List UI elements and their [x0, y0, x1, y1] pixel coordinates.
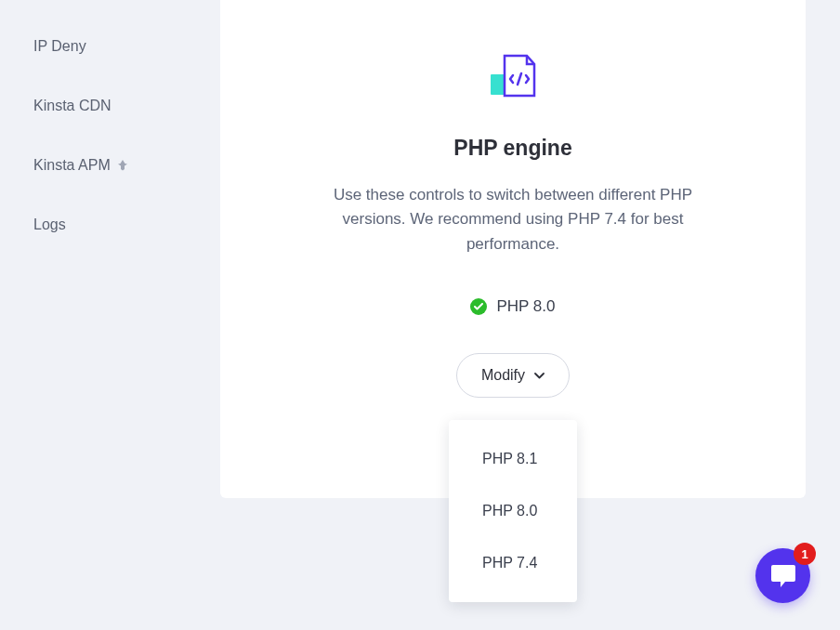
card-title: PHP engine — [453, 136, 571, 161]
php-version-dropdown: PHP 8.1 PHP 8.0 PHP 7.4 — [449, 420, 577, 602]
sidebar-item-label: Kinsta APM — [33, 157, 111, 174]
chat-icon — [769, 563, 797, 589]
pin-icon — [118, 160, 127, 171]
check-circle-icon — [470, 298, 487, 315]
sidebar-item-logs[interactable]: Logs — [0, 195, 219, 255]
php-status: PHP 8.0 — [470, 297, 555, 316]
php-file-icon — [490, 54, 536, 102]
card-description: Use these controls to switch between dif… — [313, 183, 713, 256]
sidebar-item-label: IP Deny — [33, 38, 86, 55]
sidebar: IP Deny Kinsta CDN Kinsta APM Logs — [0, 0, 219, 255]
chat-badge-count: 1 — [801, 547, 807, 561]
chat-button[interactable]: 1 — [755, 548, 810, 603]
dropdown-item-php-8-1[interactable]: PHP 8.1 — [449, 433, 577, 485]
modify-button-label: Modify — [481, 367, 525, 384]
chevron-down-icon — [534, 373, 545, 379]
php-status-label: PHP 8.0 — [496, 297, 555, 316]
dropdown-item-php-8-0[interactable]: PHP 8.0 — [449, 485, 577, 537]
sidebar-item-kinsta-cdn[interactable]: Kinsta CDN — [0, 76, 219, 136]
sidebar-item-label: Kinsta CDN — [33, 98, 112, 114]
dropdown-item-label: PHP 7.4 — [482, 555, 537, 571]
dropdown-item-php-7-4[interactable]: PHP 7.4 — [449, 537, 577, 589]
chat-badge: 1 — [794, 543, 816, 565]
dropdown-item-label: PHP 8.0 — [482, 503, 537, 518]
modify-button[interactable]: Modify — [456, 353, 570, 398]
sidebar-item-kinsta-apm[interactable]: Kinsta APM — [0, 136, 219, 195]
sidebar-item-ip-deny[interactable]: IP Deny — [0, 17, 219, 76]
sidebar-item-label: Logs — [33, 217, 66, 233]
dropdown-item-label: PHP 8.1 — [482, 451, 537, 466]
